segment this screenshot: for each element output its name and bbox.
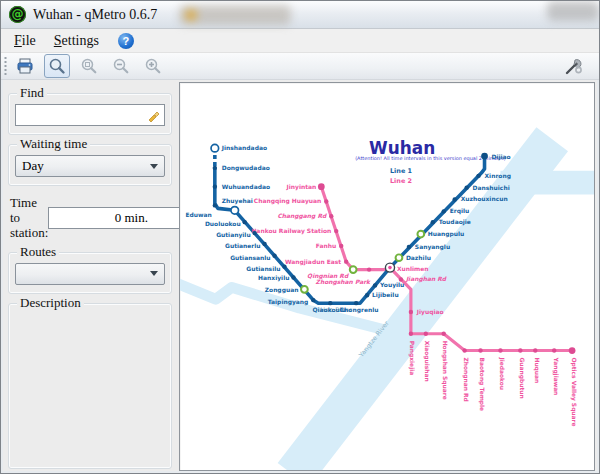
station-label: Gutiansilu: [246, 265, 280, 272]
station-qiaokoulu[interactable]: [328, 301, 332, 305]
station-jinyintan[interactable]: [318, 183, 325, 190]
station-hankou-railway-station[interactable]: [334, 229, 338, 233]
zoom-select-button[interactable]: [44, 54, 70, 78]
window-title: Wuhan - qMetro 0.6.7: [33, 7, 157, 23]
station-gutiansilu[interactable]: [282, 264, 286, 268]
station-zongguan[interactable]: [301, 286, 308, 293]
magnifier-plus-icon: [144, 57, 162, 75]
station-label: Sanyanglu: [415, 243, 450, 251]
station-zhongshan-park[interactable]: [367, 267, 371, 271]
station-zhongnan-rd[interactable]: [462, 348, 466, 352]
station-label: Yangjiawan: [552, 356, 560, 395]
station-hongshan-square[interactable]: [442, 332, 446, 336]
routes-select[interactable]: [15, 263, 165, 285]
station-wangjiadun-east[interactable]: [344, 260, 348, 264]
station-danshuichi[interactable]: [464, 185, 468, 189]
time-to-station-label: Time to station:: [10, 196, 48, 241]
station-lijibeilu[interactable]: [365, 293, 369, 297]
station-yangjiawan[interactable]: [552, 348, 556, 352]
station-label: Pangxiejia: [408, 341, 416, 376]
station-xiaoguishan[interactable]: [424, 332, 428, 336]
station-huangpulu[interactable]: [417, 231, 424, 238]
station-gutianerlu[interactable]: [262, 242, 266, 246]
station-guangbutun[interactable]: [518, 348, 522, 352]
menu-file[interactable]: File: [5, 31, 45, 51]
station-sanyanglu[interactable]: [407, 245, 411, 249]
menu-settings[interactable]: Settings: [45, 31, 108, 51]
chevron-down-icon: [150, 271, 158, 280]
station-dijiao[interactable]: [481, 153, 488, 160]
magnifier-original-icon: [80, 57, 98, 75]
station-label: Guangbutun: [518, 357, 526, 398]
legend-line-2: Line 2: [390, 177, 412, 185]
app-icon: @: [9, 6, 26, 23]
zoom-in-button[interactable]: [140, 54, 166, 78]
station-pangxiejia[interactable]: [409, 332, 413, 336]
magnifier-icon: [48, 57, 66, 75]
station-hanxiyilu[interactable]: [291, 275, 295, 279]
station-jiyuqiao[interactable]: [409, 310, 413, 314]
zoom-out-button[interactable]: [108, 54, 134, 78]
station-label: Zhongnan Rd: [462, 357, 470, 401]
settings-wrench-button[interactable]: [561, 54, 587, 78]
station-optics-valley-square[interactable]: [569, 347, 576, 354]
station-xinrong[interactable]: [476, 174, 480, 178]
menu-bar: File Settings ?: [1, 29, 599, 53]
map-area[interactable]: Han RiverYangtze RiverWuhan(Attention! A…: [179, 82, 595, 471]
station-gutianyilu[interactable]: [252, 231, 256, 235]
station-jinshandadao[interactable]: [211, 144, 219, 152]
station-label: Duoluokou: [205, 220, 241, 227]
station-gutiansanlu[interactable]: [272, 254, 276, 258]
station-changqing-huayuan[interactable]: [324, 199, 328, 203]
station-duoluokou[interactable]: [242, 220, 246, 224]
station-xunlimen[interactable]: [385, 263, 394, 272]
waiting-time-select[interactable]: Day: [15, 155, 165, 177]
station-eduwan[interactable]: [213, 203, 217, 207]
title-bar[interactable]: @ Wuhan - qMetro 0.6.7: [1, 1, 599, 29]
print-button[interactable]: [12, 54, 38, 78]
station-chongrenlu[interactable]: [354, 301, 358, 305]
station-wuhuandadao[interactable]: [213, 184, 217, 188]
station-label: Youyilu: [379, 281, 404, 289]
station-label: Jinshandadao: [221, 144, 267, 152]
metro-map-canvas[interactable]: Han RiverYangtze RiverWuhan(Attention! A…: [180, 83, 594, 470]
station-youyilu[interactable]: [373, 283, 377, 287]
station-qingnian-rd[interactable]: [350, 266, 357, 273]
help-icon[interactable]: ?: [118, 33, 134, 49]
station-label: Hankou Railway Station: [251, 227, 331, 235]
station-toudaojie[interactable]: [431, 220, 435, 224]
station-huquan[interactable]: [533, 348, 537, 352]
station-jiedaokou[interactable]: [498, 348, 502, 352]
description-group: Description: [8, 303, 172, 469]
brush-icon[interactable]: [147, 109, 160, 122]
station-label: Jiyuqiao: [416, 308, 444, 316]
station-changgang-rd[interactable]: [329, 214, 333, 218]
station-label: Dazhilu: [406, 254, 431, 261]
station-dongwudadao[interactable]: [213, 166, 217, 170]
station-label: Taipingyang: [268, 298, 309, 306]
toolbar: [1, 53, 599, 80]
description-group-label: Description: [17, 295, 84, 311]
station-label: Lijibeilu: [372, 291, 399, 299]
station-xuzhouxincun[interactable]: [452, 197, 456, 201]
station-zhuyehai[interactable]: [231, 207, 239, 215]
station-fanhu[interactable]: [339, 244, 343, 248]
toolbar-handle[interactable]: [3, 56, 8, 76]
station-label: Zhongshan Park: [316, 278, 371, 286]
find-input[interactable]: [20, 106, 147, 124]
station-baotong-temple[interactable]: [478, 348, 482, 352]
station-label: Chongrenlu: [340, 306, 379, 314]
station-label: Jinyintan: [286, 183, 317, 191]
zoom-original-button[interactable]: [76, 54, 102, 78]
station-label: Eduwan: [185, 211, 211, 218]
station-label: Baotong Temple: [478, 357, 486, 411]
station-taipingyang[interactable]: [311, 298, 315, 302]
station-dazhilu[interactable]: [396, 254, 403, 261]
station-label: Gutiansanlu: [230, 254, 270, 261]
station-label: Hongshan Square: [441, 341, 449, 400]
window-controls-blurred: [547, 1, 599, 21]
waiting-time-value: Day: [22, 158, 44, 174]
station-label: Xiaoguishan: [423, 341, 431, 382]
station-erqilu[interactable]: [442, 209, 446, 213]
routes-group: Routes: [8, 252, 172, 294]
